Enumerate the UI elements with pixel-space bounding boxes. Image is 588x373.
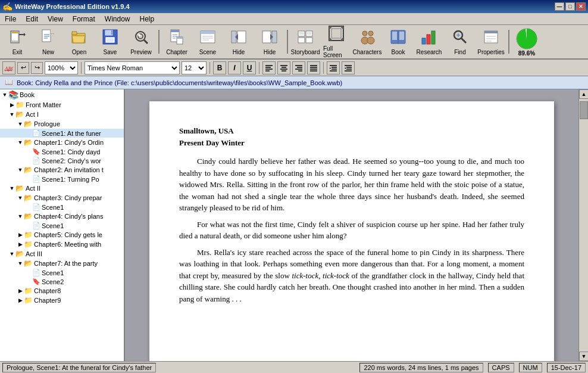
scroll-thumb[interactable]	[580, 101, 588, 119]
expand-act3[interactable]: ▼	[8, 250, 15, 257]
expand-chapter1[interactable]: ▼	[17, 139, 24, 146]
outdent-button[interactable]	[342, 61, 355, 74]
hide-left-button[interactable]: Hide	[224, 26, 254, 57]
tree-item-chapter4[interactable]: ▼ 📂 Chapter4: Cindy's plans	[0, 212, 124, 221]
scene-button[interactable]: Scene	[193, 26, 223, 57]
menu-file[interactable]: File	[0, 13, 21, 24]
tree-item-act1[interactable]: ▼ 📂 Act I	[0, 110, 124, 119]
chapter-label: Chapter	[166, 49, 187, 55]
spellcheck-button[interactable]: ABC	[2, 61, 15, 74]
ch2scene1-doc-icon: 📄	[32, 175, 40, 183]
svg-rect-50	[331, 29, 341, 38]
prologue-icon: 📂	[24, 120, 33, 128]
storyboard-button[interactable]: Storyboard	[290, 26, 320, 57]
tree-item-chapter3[interactable]: ▼ 📂 Chapter3: Cindy prepar	[0, 193, 124, 203]
expand-chapter7[interactable]: ▼	[17, 260, 24, 267]
tree-item-chapter7-scene2[interactable]: 🔖 Scene2	[0, 277, 124, 286]
menu-window[interactable]: Window	[100, 13, 135, 24]
title-bar-controls[interactable]: — □ ✕	[555, 2, 586, 11]
chapter2-label: Chapter2: An invitation t	[34, 166, 104, 173]
expand-chapter6[interactable]: ▶	[17, 241, 24, 248]
expand-act2[interactable]: ▼	[8, 185, 15, 192]
undo-button[interactable]: ↩	[17, 62, 29, 74]
bold-button[interactable]: B	[213, 61, 226, 74]
new-button[interactable]: New	[33, 26, 63, 57]
svg-marker-102	[345, 67, 346, 69]
tree-item-chapter7-scene1[interactable]: 📄 Scene1	[0, 268, 124, 277]
expand-chapter5[interactable]: ▶	[17, 231, 24, 238]
properties-button[interactable]: Properties	[476, 26, 506, 57]
align-left-button[interactable]	[262, 61, 276, 74]
book-icon	[390, 29, 406, 48]
tree-item-chapter3-scene1[interactable]: 📄 Scene1	[0, 203, 124, 212]
menu-help[interactable]: Help	[135, 13, 159, 24]
svg-rect-65	[431, 31, 435, 44]
tree-item-act2[interactable]: ▼ 📂 Act II	[0, 184, 124, 193]
paragraph1[interactable]: Cindy could hardly believe her father wa…	[179, 156, 524, 214]
expand-frontmatter[interactable]: ▶	[8, 101, 15, 108]
paragraph2[interactable]: For what was not the first time, Cindy f…	[179, 219, 524, 242]
tree-item-frontmatter[interactable]: ▶ 📁 Front Matter	[0, 100, 124, 110]
expand-act1[interactable]: ▼	[8, 111, 15, 118]
scroll-down-button[interactable]: ▼	[579, 352, 588, 361]
expand-prologue[interactable]: ▼	[17, 120, 24, 128]
tree-item-chapter2-scene1[interactable]: 📄 Scene1: Turning Po	[0, 175, 124, 184]
expand-book[interactable]: ▼	[1, 91, 8, 98]
tree-item-prologue-scene1[interactable]: 📄 Scene1: At the funer	[0, 129, 124, 138]
align-right-button[interactable]	[292, 61, 305, 74]
tree-item-chapter8[interactable]: ▶ 📁 Chapter8	[0, 286, 124, 296]
chapter-button[interactable]: Chapter	[162, 26, 192, 57]
scroll-up-button[interactable]: ▲	[579, 89, 588, 99]
menu-view[interactable]: View	[43, 13, 68, 24]
expand-chapter9[interactable]: ▶	[17, 297, 24, 304]
tree-item-chapter5[interactable]: ▶ 📁 Chapter5: Cindy gets le	[0, 230, 124, 240]
research-button[interactable]: Research	[414, 26, 444, 57]
tree-item-chapter6[interactable]: ▶ 📁 Chapter6: Meeting with	[0, 240, 124, 249]
align-center-button[interactable]	[277, 61, 290, 74]
tree-item-prologue[interactable]: ▼ 📂 Prologue	[0, 119, 124, 129]
expand-chapter3[interactable]: ▼	[17, 194, 24, 201]
font-size-select[interactable]: 12 10 14 16	[182, 61, 207, 74]
tree-item-chapter4-scene1[interactable]: 📄 Scene1	[0, 221, 124, 230]
menu-format[interactable]: Format	[68, 13, 100, 24]
redo-button[interactable]: ↪	[31, 62, 43, 74]
tree-item-chapter1[interactable]: ▼ 📂 Chapter1: Cindy's Ordin	[0, 138, 124, 147]
vertical-scrollbar[interactable]: ▲ ▼	[578, 89, 588, 361]
svg-rect-38	[262, 31, 271, 43]
preview-button[interactable]: Preview	[126, 26, 156, 57]
font-family-select[interactable]: Times New Roman Arial Courier New	[85, 61, 180, 74]
open-button[interactable]: Open	[64, 26, 94, 57]
tree-item-chapter1-scene1[interactable]: 🔖 Scene1: Cindy dayd	[0, 147, 124, 156]
fullscreen-button[interactable]: Full Screen	[321, 26, 351, 57]
paragraph3[interactable]: Mrs. Rella's icy stare reached across th…	[179, 247, 524, 305]
content-area[interactable]: Smalltown, USA Present Day Winter Cindy …	[125, 89, 578, 361]
expand-chapter4[interactable]: ▼	[17, 213, 24, 220]
underline-button[interactable]: U	[243, 61, 256, 74]
characters-button[interactable]: Characters	[352, 26, 382, 57]
tree-item-chapter9[interactable]: ▶ 📁 Chapter9	[0, 296, 124, 305]
maximize-button[interactable]: □	[565, 2, 575, 11]
tree-item-act3[interactable]: ▼ 📂 Act III	[0, 249, 124, 259]
new-icon	[40, 29, 57, 48]
justify-button[interactable]	[307, 61, 320, 74]
tree-item-chapter2[interactable]: ▼ 📂 Chapter2: An invitation t	[0, 165, 124, 175]
minimize-button[interactable]: —	[555, 2, 564, 11]
scroll-track[interactable]	[579, 99, 588, 352]
hide-right-button[interactable]: Hide	[255, 26, 284, 57]
frontmatter-label: Front Matter	[26, 101, 61, 108]
book-button[interactable]: Book	[383, 26, 413, 57]
tree-item-chapter7[interactable]: ▼ 📂 Chapter7: At the party	[0, 259, 124, 268]
prologue-label: Prologue	[34, 120, 60, 128]
expand-chapter2[interactable]: ▼	[17, 166, 24, 173]
expand-chapter8[interactable]: ▶	[17, 287, 24, 294]
save-button[interactable]: Save	[95, 26, 125, 57]
italic-button[interactable]: I	[228, 61, 241, 74]
exit-button[interactable]: Exit	[2, 26, 32, 57]
tree-item-book[interactable]: ▼ 📚 Book	[0, 89, 124, 100]
tree-item-chapter1-scene2[interactable]: 📄 Scene2: Cindy's wor	[0, 156, 124, 165]
find-button[interactable]: Find	[445, 26, 475, 57]
indent-button[interactable]	[327, 61, 340, 74]
menu-edit[interactable]: Edit	[21, 13, 43, 24]
close-button[interactable]: ✕	[576, 2, 586, 11]
zoom-select[interactable]: 100% 75% 125% 150%	[45, 61, 78, 74]
